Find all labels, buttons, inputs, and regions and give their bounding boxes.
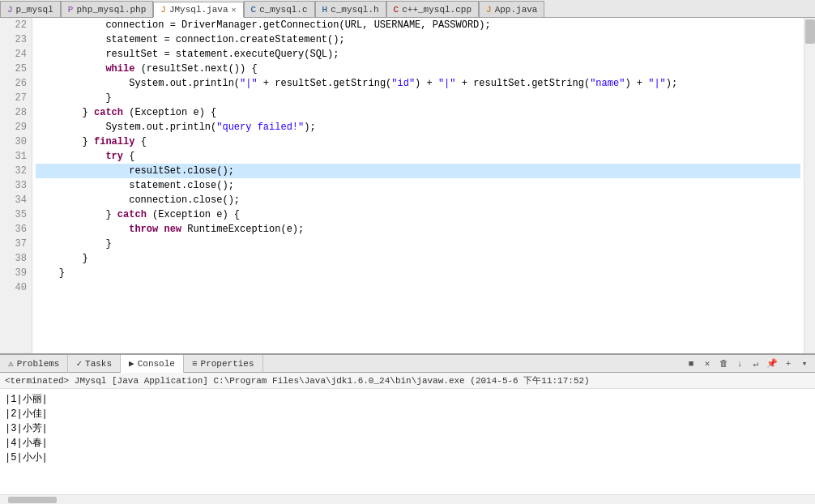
line-number-23: 23 (5, 32, 27, 47)
console-output-line: |3|小芳| (5, 421, 810, 436)
panel-tab-console[interactable]: ▶ Console (121, 355, 184, 373)
tab-label-jmysql: JMysql.java (169, 5, 228, 15)
tab-jmysql-java[interactable]: J JMysql.java ✕ (153, 2, 243, 18)
console-output: |1|小丽||2|小佳||3|小芳||4|小春||5|小小| (0, 389, 815, 494)
code-line-35: } catch (Exception e) { (36, 207, 800, 222)
horizontal-scrollbar[interactable] (0, 494, 815, 504)
code-line-28: } catch (Exception e) { (36, 105, 800, 120)
line-number-38: 38 (5, 251, 27, 266)
code-line-26: System.out.println("|" + resultSet.getSt… (36, 76, 800, 91)
code-line-31: try { (36, 149, 800, 164)
line-number-40: 40 (5, 280, 27, 295)
tab-cpp-mysql[interactable]: C c++_mysql.cpp (386, 1, 479, 17)
tab-label-p-mysql: p_mysql (16, 5, 53, 15)
line-number-30: 30 (5, 135, 27, 149)
code-line-39: } (36, 266, 800, 280)
properties-icon: ≡ (192, 359, 198, 369)
line-number-31: 31 (5, 149, 27, 164)
console-output-line: |5|小小| (5, 451, 810, 465)
tab-php-mysql[interactable]: P php_mysql.php (61, 1, 153, 17)
line-number-25: 25 (5, 62, 27, 76)
line-number-36: 36 (5, 222, 27, 237)
tab-icon-jmysql: J (160, 5, 166, 15)
line-number-28: 28 (5, 105, 27, 120)
line-number-26: 26 (5, 76, 27, 91)
tab-close-jmysql[interactable]: ✕ (232, 5, 237, 15)
h-scroll-thumb[interactable] (8, 497, 57, 503)
tab-label-app-java: App.java (495, 5, 538, 15)
console-output-line: |1|小丽| (5, 392, 810, 407)
line-number-34: 34 (5, 193, 27, 207)
line-number-32: 32 (5, 164, 27, 178)
code-line-33: statement.close(); (36, 178, 800, 193)
console-output-line: |4|小春| (5, 436, 810, 451)
code-line-37: } (36, 237, 800, 251)
scroll-lock-button[interactable]: ↓ (732, 357, 747, 371)
line-number-33: 33 (5, 178, 27, 193)
tab-icon-app-java: J (486, 5, 492, 15)
tab-icon-p-mysql: J (7, 5, 13, 15)
tab-label-cpp-mysql: c++_mysql.cpp (402, 5, 472, 15)
code-line-38: } (36, 251, 800, 266)
tab-label-php-mysql: php_mysql.php (76, 5, 146, 15)
line-number-22: 22 (5, 18, 27, 32)
line-number-39: 39 (5, 266, 27, 280)
panel-tab-bar: ⚠ Problems ✓ Tasks ▶ Console ≡ Propertie… (0, 355, 815, 373)
panel-tab-problems[interactable]: ⚠ Problems (0, 355, 68, 373)
word-wrap-button[interactable]: ↵ (749, 357, 763, 371)
code-line-32: resultSet.close(); (36, 164, 800, 178)
remove-button[interactable]: ✕ (700, 357, 715, 371)
tab-app-java[interactable]: J App.java (479, 1, 544, 17)
panel-tab-properties[interactable]: ≡ Properties (184, 355, 263, 373)
code-line-22: connection = DriverManager.getConnection… (36, 18, 800, 32)
line-number-24: 24 (5, 47, 27, 62)
pin-button[interactable]: 📌 (765, 357, 779, 371)
line-number-35: 35 (5, 207, 27, 222)
view-menu-button[interactable]: ▾ (797, 357, 812, 371)
panel-toolbar: ■ ✕ 🗑 ↓ ↵ 📌 + ▾ (684, 357, 815, 371)
console-output-line: |2|小佳| (5, 407, 810, 421)
problems-icon: ⚠ (8, 358, 14, 369)
line-number-37: 37 (5, 237, 27, 251)
tab-c-mysql-c[interactable]: C c_mysql.c (244, 1, 315, 17)
line-number-29: 29 (5, 120, 27, 135)
tasks-icon: ✓ (76, 358, 82, 369)
code-line-30: } finally { (36, 135, 800, 149)
code-line-27: } (36, 91, 800, 105)
problems-label: Problems (17, 359, 60, 369)
editor-area: 22232425262728293031323334353637383940 c… (0, 18, 815, 353)
tab-icon-c-mysql-h: H (322, 5, 328, 15)
tab-icon-c-mysql-c: C (251, 5, 257, 15)
line-numbers: 22232425262728293031323334353637383940 (0, 18, 32, 353)
code-line-36: throw new RuntimeException(e); (36, 222, 800, 237)
tasks-label: Tasks (85, 359, 112, 369)
panel-tab-tasks[interactable]: ✓ Tasks (68, 355, 121, 373)
code-line-40 (36, 280, 800, 295)
bottom-panel: ⚠ Problems ✓ Tasks ▶ Console ≡ Propertie… (0, 353, 815, 504)
tab-bar: J p_mysql P php_mysql.php J JMysql.java … (0, 0, 815, 18)
tab-icon-php-mysql: P (68, 5, 74, 15)
tab-p-mysql[interactable]: J p_mysql (0, 1, 61, 17)
tab-icon-cpp-mysql: C (394, 5, 399, 15)
tab-c-mysql-h[interactable]: H c_mysql.h (315, 1, 386, 17)
code-editor[interactable]: connection = DriverManager.getConnection… (32, 18, 804, 353)
clear-console-button[interactable]: 🗑 (716, 357, 731, 371)
code-line-34: connection.close(); (36, 193, 800, 207)
code-line-29: System.out.println("query failed!"); (36, 120, 800, 135)
line-number-27: 27 (5, 91, 27, 105)
code-line-23: statement = connection.createStatement()… (36, 32, 800, 47)
stop-button[interactable]: ■ (684, 357, 698, 371)
new-console-button[interactable]: + (781, 357, 796, 371)
tab-label-c-mysql-h: c_mysql.h (331, 5, 378, 15)
vertical-scrollbar[interactable] (804, 18, 815, 353)
properties-label: Properties (201, 359, 254, 369)
console-label: Console (138, 359, 175, 369)
code-line-24: resultSet = statement.executeQuery(SQL); (36, 47, 800, 62)
tab-label-c-mysql-c: c_mysql.c (259, 5, 307, 15)
code-line-25: while (resultSet.next()) { (36, 62, 800, 76)
console-icon: ▶ (129, 358, 134, 369)
console-status: <terminated> JMysql [Java Application] C… (0, 373, 815, 389)
